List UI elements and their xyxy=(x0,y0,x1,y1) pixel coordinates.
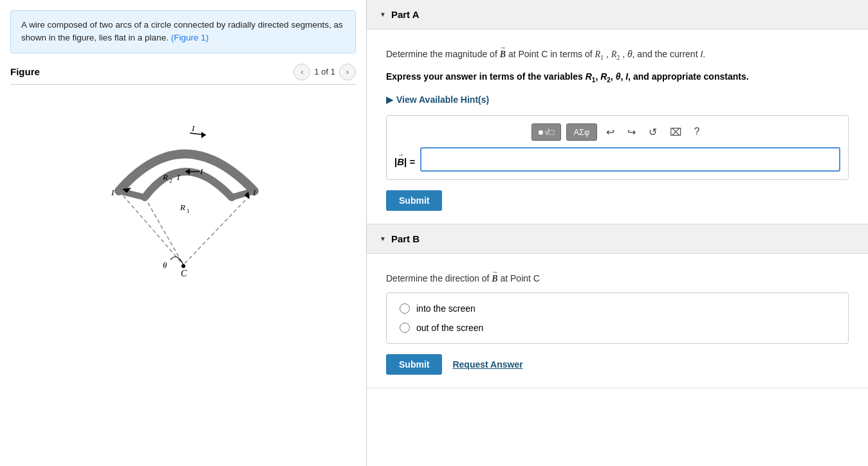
figure-image: C θ R 2 I R 1 I I xyxy=(10,91,356,284)
svg-text:I: I xyxy=(111,188,115,197)
keyboard-button[interactable]: ⌧ xyxy=(666,123,685,141)
radio-out-of-screen[interactable] xyxy=(400,323,410,333)
redo-icon: ↪ xyxy=(627,127,636,138)
b-vector-label-2: → B xyxy=(492,267,497,286)
svg-marker-14 xyxy=(201,132,206,138)
part-b-description: Determine the direction of → B at Point … xyxy=(386,267,849,286)
figure-diagram: C θ R 2 I R 1 I I xyxy=(80,98,286,278)
option-out-of-screen[interactable]: out of the screen xyxy=(400,323,835,333)
svg-text:I: I xyxy=(199,166,203,176)
svg-line-3 xyxy=(183,191,254,265)
option-out-of-screen-label: out of the screen xyxy=(416,323,483,333)
radio-box: into the screen out of the screen xyxy=(386,292,849,344)
help-button[interactable]: ? xyxy=(690,123,704,140)
part-b-chevron-icon: ▼ xyxy=(380,235,386,242)
toolbar: ■ √□ ΑΣφ ↩ ↪ ↺ ⌧ xyxy=(394,123,840,141)
input-row: |→B| = xyxy=(394,147,840,172)
undo-icon: ↩ xyxy=(606,127,614,138)
part-b-content: Determine the direction of → B at Point … xyxy=(367,254,868,388)
problem-description: A wire composed of two arcs of a circle … xyxy=(10,10,356,53)
part-b-title: Part B xyxy=(391,233,420,244)
svg-text:I: I xyxy=(176,172,180,182)
matrix-button[interactable]: ■ √□ xyxy=(531,123,562,141)
figure-next-button[interactable]: › xyxy=(339,64,356,80)
hint-link[interactable]: ▶ View Available Hint(s) xyxy=(386,94,849,105)
hint-arrow-icon: ▶ xyxy=(386,94,393,105)
part-b-submit-button[interactable]: Submit xyxy=(386,354,442,375)
svg-text:θ: θ xyxy=(163,260,167,270)
option-into-screen-label: into the screen xyxy=(416,303,476,314)
answer-box: ■ √□ ΑΣφ ↩ ↪ ↺ ⌧ xyxy=(386,115,849,180)
part-a-section: ▼ Part A Determine the magnitude of → B … xyxy=(367,0,868,224)
math-equals-label: |→B| = xyxy=(394,151,415,167)
b-vector-label-1: → B xyxy=(500,42,506,62)
part-a-description: Determine the magnitude of → B at Point … xyxy=(386,42,849,63)
part-a-instructions: Express your answer in terms of the vari… xyxy=(386,69,849,85)
svg-text:I: I xyxy=(252,188,256,197)
svg-text:2: 2 xyxy=(169,177,172,184)
matrix-icon: ■ xyxy=(539,127,544,137)
reset-icon: ↺ xyxy=(649,127,657,138)
greek-button[interactable]: ΑΣφ xyxy=(566,123,596,141)
part-b-section: ▼ Part B Determine the direction of → B … xyxy=(367,224,868,388)
figure-link[interactable]: (Figure 1) xyxy=(171,33,209,42)
part-a-chevron-icon: ▼ xyxy=(380,11,386,18)
right-panel: ▼ Part A Determine the magnitude of → B … xyxy=(367,0,868,466)
redo-button[interactable]: ↪ xyxy=(623,123,640,141)
hint-text: View Available Hint(s) xyxy=(396,94,489,105)
svg-text:C: C xyxy=(181,269,187,278)
figure-count: 1 of 1 xyxy=(314,67,335,76)
svg-text:R: R xyxy=(180,202,185,212)
left-panel: A wire composed of two arcs of a circle … xyxy=(0,0,367,466)
var-r1: R1 xyxy=(595,49,604,59)
option-into-screen[interactable]: into the screen xyxy=(400,303,835,314)
part-b-footer: Submit Request Answer xyxy=(386,354,849,375)
sqrt-icon: √□ xyxy=(544,127,554,137)
figure-prev-button[interactable]: ‹ xyxy=(293,64,310,80)
reset-button[interactable]: ↺ xyxy=(645,123,661,141)
undo-button[interactable]: ↩ xyxy=(602,123,618,141)
svg-text:R: R xyxy=(162,172,168,182)
svg-line-0 xyxy=(119,191,145,197)
svg-text:I: I xyxy=(191,123,195,133)
keyboard-icon: ⌧ xyxy=(670,127,681,138)
svg-text:1: 1 xyxy=(187,208,190,214)
part-a-submit-button[interactable]: Submit xyxy=(386,190,442,211)
svg-line-4 xyxy=(145,197,183,265)
request-answer-link[interactable]: Request Answer xyxy=(452,359,522,370)
figure-nav: ‹ 1 of 1 › xyxy=(293,64,356,80)
svg-line-1 xyxy=(232,191,254,197)
answer-input[interactable] xyxy=(420,147,840,172)
svg-line-2 xyxy=(119,191,183,265)
var-r2: R2 xyxy=(611,49,620,59)
help-icon: ? xyxy=(694,126,700,137)
figure-title: Figure xyxy=(10,66,40,77)
figure-section: Figure ‹ 1 of 1 › xyxy=(10,64,356,456)
part-b-header[interactable]: ▼ Part B xyxy=(367,224,868,254)
part-a-title: Part A xyxy=(391,9,420,20)
part-a-header[interactable]: ▼ Part A xyxy=(367,0,868,30)
part-a-content: Determine the magnitude of → B at Point … xyxy=(367,30,868,224)
figure-header: Figure ‹ 1 of 1 › xyxy=(10,64,356,85)
greek-label: ΑΣφ xyxy=(573,127,589,137)
radio-into-screen[interactable] xyxy=(400,303,410,314)
